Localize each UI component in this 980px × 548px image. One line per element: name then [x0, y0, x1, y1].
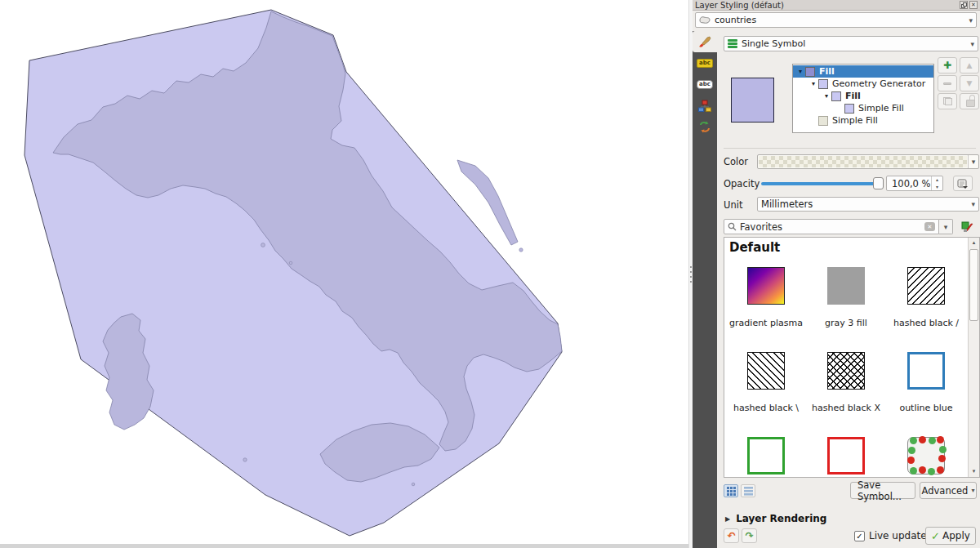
vertex-dot	[937, 436, 944, 443]
tab-symbology[interactable]	[693, 31, 717, 52]
tab-diagrams[interactable]	[693, 95, 717, 116]
vertex-dot	[939, 446, 947, 453]
history-arrows-icon	[698, 121, 711, 133]
data-defined-override-button[interactable]	[953, 176, 973, 191]
unit-value: Millimeters	[761, 198, 813, 210]
undock-button[interactable]	[960, 1, 968, 9]
move-down-button[interactable]: ▼	[960, 75, 979, 91]
layer-rendering-section[interactable]: ▶ Layer Rendering	[725, 513, 826, 524]
expander-icon[interactable]: ▾	[822, 92, 831, 100]
tab-masks[interactable]: abc	[693, 74, 717, 95]
symbol-tree-row[interactable]: ▾Geometry Generator	[793, 78, 933, 90]
chevron-down-icon: ▾	[944, 223, 948, 231]
symbol-tree-row[interactable]: Simple Fill	[793, 114, 933, 127]
scrollbar-thumb[interactable]	[969, 249, 978, 321]
move-up-button[interactable]: ▲	[960, 57, 979, 74]
style-manager-button[interactable]	[959, 220, 975, 234]
clear-icon: ✕	[928, 224, 933, 230]
spin-up-icon[interactable]: ▴	[932, 176, 942, 184]
symbol-item[interactable]: gradient plasma	[726, 257, 806, 342]
apply-label: Apply	[942, 530, 970, 541]
symbol-item-label: hashed black /	[893, 318, 959, 328]
scroll-up-icon[interactable]: ▴	[969, 238, 979, 248]
advanced-button[interactable]: Advanced ▾	[920, 482, 977, 499]
scroll-down-icon[interactable]: ▾	[969, 466, 979, 477]
single-symbol-icon	[728, 38, 737, 49]
plus-icon: ✚	[943, 60, 951, 70]
open-lock-icon	[966, 98, 973, 105]
duplicate-icon	[943, 97, 952, 105]
symbol-item-label: hashed black \	[733, 403, 799, 413]
symbol-preview	[731, 78, 774, 123]
polygon-layer-icon	[699, 16, 710, 25]
advanced-label: Advanced	[922, 485, 969, 497]
symbol-tree-row[interactable]: ▾Fill	[793, 90, 933, 102]
symbol-item[interactable]	[806, 427, 886, 478]
symbol-tree-row[interactable]: ▾Fill	[793, 65, 933, 78]
live-update-label: Live update	[869, 530, 927, 541]
lock-colors-button[interactable]	[960, 93, 979, 109]
symbol-item[interactable]	[726, 427, 806, 478]
tab-labels[interactable]: abc	[693, 52, 717, 74]
vertex-dot	[938, 455, 946, 462]
renderer-selector[interactable]: Single Symbol ▾	[724, 36, 978, 51]
check-icon: ✓	[856, 532, 862, 541]
clear-search-button[interactable]: ✕	[924, 222, 935, 231]
symbol-item[interactable]	[886, 427, 966, 478]
apply-button[interactable]: ✓ Apply	[925, 527, 976, 545]
diagram-icon	[698, 100, 711, 112]
duplicate-button[interactable]	[938, 93, 957, 109]
color-button[interactable]: ▾	[757, 154, 979, 169]
icon-view-button[interactable]	[724, 484, 738, 497]
redo-icon: ↷	[745, 530, 753, 541]
remove-symbol-layer-button[interactable]	[938, 75, 957, 91]
redo-button[interactable]: ↷	[742, 528, 757, 543]
symbol-item[interactable]: gray 3 fill	[806, 257, 886, 342]
gallery-scrollbar[interactable]: ▴ ▾	[968, 238, 979, 477]
symbol-search-box[interactable]: Favorites ✕	[724, 219, 939, 234]
down-triangle-icon: ▼	[967, 80, 973, 87]
search-icon	[728, 222, 737, 231]
tree-indent	[795, 96, 822, 96]
tab-history[interactable]	[693, 116, 717, 137]
minus-icon	[943, 82, 951, 85]
outline-green-swatch	[747, 437, 785, 474]
opacity-slider[interactable]	[761, 180, 882, 187]
expander-icon[interactable]: ▾	[795, 68, 805, 75]
vertex-dot	[919, 436, 926, 443]
renderer-selector-value: Single Symbol	[742, 38, 805, 49]
symbol-layer-swatch	[818, 116, 828, 126]
hatch-back-swatch	[747, 352, 785, 390]
unit-selector[interactable]: Millimeters ▾	[757, 197, 979, 212]
symbol-item[interactable]: outline blue	[886, 342, 966, 427]
list-view-button[interactable]	[741, 484, 755, 497]
slider-handle[interactable]	[873, 177, 884, 189]
symbol-item-label: gray 3 fill	[825, 318, 867, 328]
list-view-icon	[744, 487, 753, 496]
save-symbol-button[interactable]: Save Symbol...	[850, 482, 915, 499]
opacity-label: Opacity	[724, 178, 760, 189]
layer-selector-value: countries	[715, 15, 756, 25]
symbol-layer-label: Simple Fill	[832, 115, 878, 126]
spin-down-icon[interactable]: ▾	[932, 184, 942, 191]
symbol-tree-row[interactable]: Simple Fill	[793, 102, 933, 114]
style-manager-icon	[961, 221, 973, 233]
search-filter-dropdown[interactable]: ▾	[939, 219, 953, 234]
opacity-spinbox[interactable]: 100,0 % ▴ ▾	[886, 176, 943, 191]
panel-tabbar: abc abc	[693, 31, 717, 548]
undo-button[interactable]: ↶	[724, 528, 739, 543]
up-triangle-icon: ▲	[967, 62, 973, 69]
close-button[interactable]: ✕	[969, 1, 978, 9]
symbol-item[interactable]: hashed black \	[726, 342, 806, 427]
layer-rendering-label: Layer Rendering	[736, 513, 826, 524]
layer-selector[interactable]: countries ▾	[695, 12, 977, 28]
symbol-item[interactable]: hashed black X	[806, 342, 886, 427]
collapse-arrow-icon: ▶	[725, 515, 730, 523]
map-canvas[interactable]	[0, 0, 688, 548]
symbol-item[interactable]: hashed black /	[886, 257, 966, 342]
add-symbol-layer-button[interactable]: ✚	[938, 57, 957, 74]
expander-icon[interactable]: ▾	[808, 80, 818, 87]
live-update-checkbox[interactable]: ✓	[854, 531, 865, 541]
symbol-item-label: hashed black X	[812, 403, 880, 413]
chevron-down-icon[interactable]: ▾	[968, 155, 978, 168]
